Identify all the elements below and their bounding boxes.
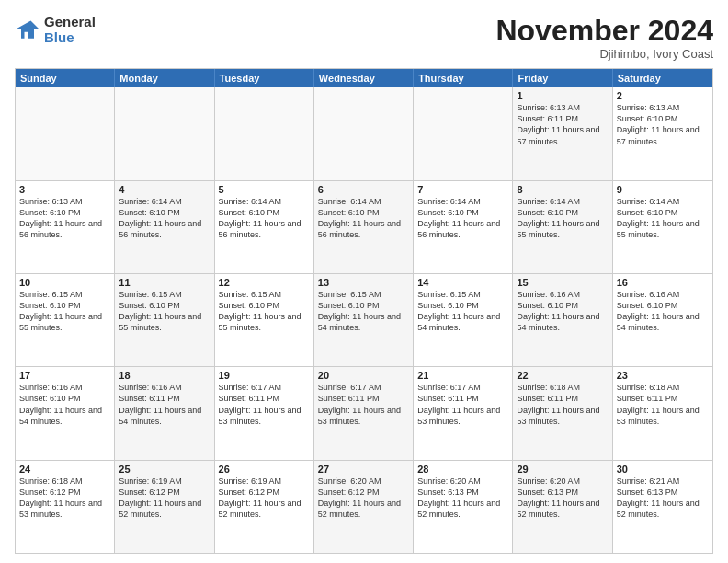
cell-details: Sunrise: 6:19 AM Sunset: 6:12 PM Dayligh…: [219, 476, 310, 521]
day-number: 6: [318, 184, 409, 195]
day-number: 21: [417, 370, 508, 381]
cell-details: Sunrise: 6:16 AM Sunset: 6:10 PM Dayligh…: [517, 289, 608, 334]
header-sunday: Sunday: [16, 69, 115, 87]
cell-details: Sunrise: 6:15 AM Sunset: 6:10 PM Dayligh…: [318, 289, 409, 334]
calendar-cell-r5-c2: 25Sunrise: 6:19 AM Sunset: 6:12 PM Dayli…: [115, 461, 214, 553]
day-number: 20: [318, 370, 409, 381]
calendar-cell-r3-c1: 10Sunrise: 6:15 AM Sunset: 6:10 PM Dayli…: [16, 274, 115, 366]
calendar-cell-r5-c4: 27Sunrise: 6:20 AM Sunset: 6:12 PM Dayli…: [314, 461, 414, 553]
calendar-cell-r1-c4: [314, 87, 414, 179]
cell-details: Sunrise: 6:17 AM Sunset: 6:11 PM Dayligh…: [318, 382, 409, 427]
calendar-cell-r1-c3: [215, 87, 314, 179]
day-number: 9: [617, 184, 709, 195]
calendar-cell-r4-c3: 19Sunrise: 6:17 AM Sunset: 6:11 PM Dayli…: [215, 367, 314, 459]
calendar-cell-r5-c1: 24Sunrise: 6:18 AM Sunset: 6:12 PM Dayli…: [16, 461, 115, 553]
page: General Blue November 2024 Djihimbo, Ivo…: [0, 0, 728, 563]
calendar-row-2: 3Sunrise: 6:13 AM Sunset: 6:10 PM Daylig…: [16, 180, 712, 273]
calendar-cell-r4-c5: 21Sunrise: 6:17 AM Sunset: 6:11 PM Dayli…: [414, 367, 513, 459]
cell-details: Sunrise: 6:14 AM Sunset: 6:10 PM Dayligh…: [417, 196, 508, 241]
cell-details: Sunrise: 6:20 AM Sunset: 6:13 PM Dayligh…: [517, 476, 608, 521]
cell-details: Sunrise: 6:20 AM Sunset: 6:13 PM Dayligh…: [417, 476, 508, 521]
calendar-cell-r2-c4: 6Sunrise: 6:14 AM Sunset: 6:10 PM Daylig…: [314, 181, 414, 273]
header-thursday: Thursday: [414, 69, 513, 87]
title-block: November 2024 Djihimbo, Ivory Coast: [495, 15, 713, 61]
calendar-cell-r5-c6: 29Sunrise: 6:20 AM Sunset: 6:13 PM Dayli…: [513, 461, 612, 553]
month-title: November 2024: [495, 15, 713, 47]
calendar: Sunday Monday Tuesday Wednesday Thursday…: [15, 68, 713, 554]
header-friday: Friday: [513, 69, 612, 87]
cell-details: Sunrise: 6:15 AM Sunset: 6:10 PM Dayligh…: [119, 289, 210, 334]
calendar-cell-r3-c5: 14Sunrise: 6:15 AM Sunset: 6:10 PM Dayli…: [414, 274, 513, 366]
day-number: 30: [617, 464, 709, 475]
cell-details: Sunrise: 6:15 AM Sunset: 6:10 PM Dayligh…: [219, 289, 310, 334]
logo-icon: [15, 17, 40, 43]
calendar-cell-r2-c7: 9Sunrise: 6:14 AM Sunset: 6:10 PM Daylig…: [613, 181, 712, 273]
day-number: 14: [417, 277, 508, 288]
calendar-cell-r1-c5: [414, 87, 513, 179]
logo: General Blue: [15, 15, 96, 45]
calendar-row-4: 17Sunrise: 6:16 AM Sunset: 6:10 PM Dayli…: [16, 366, 712, 459]
day-number: 18: [119, 370, 210, 381]
calendar-cell-r2-c1: 3Sunrise: 6:13 AM Sunset: 6:10 PM Daylig…: [16, 181, 115, 273]
day-number: 1: [517, 90, 608, 101]
cell-details: Sunrise: 6:14 AM Sunset: 6:10 PM Dayligh…: [517, 196, 608, 241]
day-number: 8: [517, 184, 608, 195]
day-number: 17: [19, 370, 110, 381]
calendar-cell-r3-c7: 16Sunrise: 6:16 AM Sunset: 6:10 PM Dayli…: [613, 274, 712, 366]
header-wednesday: Wednesday: [314, 69, 414, 87]
calendar-cell-r4-c2: 18Sunrise: 6:16 AM Sunset: 6:11 PM Dayli…: [115, 367, 214, 459]
calendar-cell-r5-c5: 28Sunrise: 6:20 AM Sunset: 6:13 PM Dayli…: [414, 461, 513, 553]
cell-details: Sunrise: 6:17 AM Sunset: 6:11 PM Dayligh…: [219, 382, 310, 427]
day-number: 25: [119, 464, 210, 475]
cell-details: Sunrise: 6:20 AM Sunset: 6:12 PM Dayligh…: [318, 476, 409, 521]
calendar-body: 1Sunrise: 6:13 AM Sunset: 6:11 PM Daylig…: [16, 87, 712, 553]
day-number: 3: [19, 184, 110, 195]
calendar-row-1: 1Sunrise: 6:13 AM Sunset: 6:11 PM Daylig…: [16, 87, 712, 179]
calendar-header: Sunday Monday Tuesday Wednesday Thursday…: [16, 69, 712, 87]
subtitle: Djihimbo, Ivory Coast: [495, 47, 713, 61]
calendar-cell-r4-c1: 17Sunrise: 6:16 AM Sunset: 6:10 PM Dayli…: [16, 367, 115, 459]
calendar-cell-r5-c7: 30Sunrise: 6:21 AM Sunset: 6:13 PM Dayli…: [613, 461, 712, 553]
day-number: 2: [617, 90, 709, 101]
cell-details: Sunrise: 6:16 AM Sunset: 6:11 PM Dayligh…: [119, 382, 210, 427]
day-number: 26: [219, 464, 310, 475]
svg-marker-0: [17, 20, 40, 38]
cell-details: Sunrise: 6:17 AM Sunset: 6:11 PM Dayligh…: [417, 382, 508, 427]
calendar-cell-r5-c3: 26Sunrise: 6:19 AM Sunset: 6:12 PM Dayli…: [215, 461, 314, 553]
cell-details: Sunrise: 6:13 AM Sunset: 6:11 PM Dayligh…: [517, 102, 608, 147]
day-number: 28: [417, 464, 508, 475]
day-number: 10: [19, 277, 110, 288]
cell-details: Sunrise: 6:18 AM Sunset: 6:11 PM Dayligh…: [517, 382, 608, 427]
logo-general-label: General: [44, 15, 96, 30]
day-number: 4: [119, 184, 210, 195]
calendar-cell-r1-c6: 1Sunrise: 6:13 AM Sunset: 6:11 PM Daylig…: [513, 87, 612, 179]
cell-details: Sunrise: 6:16 AM Sunset: 6:10 PM Dayligh…: [617, 289, 709, 334]
header: General Blue November 2024 Djihimbo, Ivo…: [15, 15, 713, 61]
calendar-cell-r2-c3: 5Sunrise: 6:14 AM Sunset: 6:10 PM Daylig…: [215, 181, 314, 273]
calendar-cell-r4-c7: 23Sunrise: 6:18 AM Sunset: 6:11 PM Dayli…: [613, 367, 712, 459]
day-number: 29: [517, 464, 608, 475]
header-tuesday: Tuesday: [215, 69, 314, 87]
logo-blue-label: Blue: [44, 30, 96, 46]
day-number: 13: [318, 277, 409, 288]
header-saturday: Saturday: [613, 69, 712, 87]
cell-details: Sunrise: 6:14 AM Sunset: 6:10 PM Dayligh…: [219, 196, 310, 241]
calendar-cell-r1-c1: [16, 87, 115, 179]
day-number: 23: [617, 370, 709, 381]
cell-details: Sunrise: 6:15 AM Sunset: 6:10 PM Dayligh…: [417, 289, 508, 334]
day-number: 12: [219, 277, 310, 288]
cell-details: Sunrise: 6:21 AM Sunset: 6:13 PM Dayligh…: [617, 476, 709, 521]
cell-details: Sunrise: 6:16 AM Sunset: 6:10 PM Dayligh…: [19, 382, 110, 427]
header-monday: Monday: [115, 69, 214, 87]
calendar-cell-r2-c2: 4Sunrise: 6:14 AM Sunset: 6:10 PM Daylig…: [115, 181, 214, 273]
day-number: 7: [417, 184, 508, 195]
logo-text: General Blue: [44, 15, 96, 45]
calendar-row-3: 10Sunrise: 6:15 AM Sunset: 6:10 PM Dayli…: [16, 273, 712, 366]
cell-details: Sunrise: 6:18 AM Sunset: 6:11 PM Dayligh…: [617, 382, 709, 427]
cell-details: Sunrise: 6:13 AM Sunset: 6:10 PM Dayligh…: [617, 102, 709, 147]
calendar-cell-r2-c6: 8Sunrise: 6:14 AM Sunset: 6:10 PM Daylig…: [513, 181, 612, 273]
calendar-cell-r4-c6: 22Sunrise: 6:18 AM Sunset: 6:11 PM Dayli…: [513, 367, 612, 459]
calendar-cell-r2-c5: 7Sunrise: 6:14 AM Sunset: 6:10 PM Daylig…: [414, 181, 513, 273]
calendar-cell-r1-c7: 2Sunrise: 6:13 AM Sunset: 6:10 PM Daylig…: [613, 87, 712, 179]
cell-details: Sunrise: 6:14 AM Sunset: 6:10 PM Dayligh…: [617, 196, 709, 241]
